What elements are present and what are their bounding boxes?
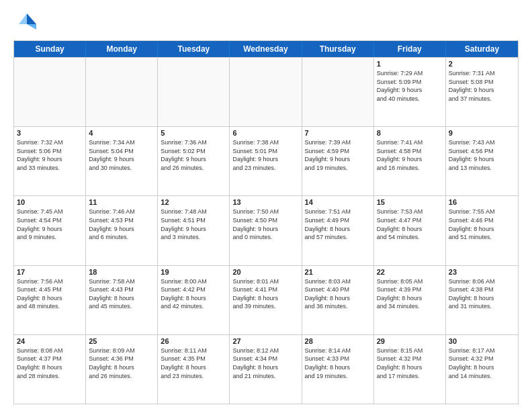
day-info: Sunrise: 8:14 AM Sunset: 4:33 PM Dayligh… <box>305 347 371 380</box>
day-number: 13 <box>232 198 298 206</box>
svg-marker-1 <box>27 24 36 30</box>
day-number: 5 <box>161 129 226 137</box>
calendar-cell: 10Sunrise: 7:45 AM Sunset: 4:54 PM Dayli… <box>14 196 86 265</box>
calendar-cell: 18Sunrise: 7:58 AM Sunset: 4:43 PM Dayli… <box>86 266 158 334</box>
day-info: Sunrise: 8:08 AM Sunset: 4:37 PM Dayligh… <box>17 347 83 380</box>
day-info: Sunrise: 7:31 AM Sunset: 5:08 PM Dayligh… <box>449 69 515 103</box>
day-info: Sunrise: 7:55 AM Sunset: 4:46 PM Dayligh… <box>449 208 515 241</box>
day-number: 4 <box>89 129 154 137</box>
calendar-row: 1Sunrise: 7:29 AM Sunset: 5:09 PM Daylig… <box>14 57 518 126</box>
day-info: Sunrise: 7:43 AM Sunset: 4:56 PM Dayligh… <box>449 138 515 172</box>
day-number: 24 <box>17 337 83 345</box>
day-info: Sunrise: 8:01 AM Sunset: 4:41 PM Dayligh… <box>232 277 298 311</box>
header-cell-wednesday: Wednesday <box>230 41 302 57</box>
calendar-cell: 24Sunrise: 8:08 AM Sunset: 4:37 PM Dayli… <box>14 335 86 404</box>
day-number: 17 <box>17 268 83 276</box>
day-number: 11 <box>89 198 154 206</box>
calendar-row: 24Sunrise: 8:08 AM Sunset: 4:37 PM Dayli… <box>14 334 518 404</box>
calendar: SundayMondayTuesdayWednesdayThursdayFrid… <box>13 40 519 404</box>
day-number: 27 <box>232 337 298 345</box>
calendar-cell: 14Sunrise: 7:51 AM Sunset: 4:49 PM Dayli… <box>302 196 374 265</box>
calendar-cell <box>158 58 230 126</box>
svg-marker-0 <box>27 13 36 24</box>
calendar-cell: 21Sunrise: 8:03 AM Sunset: 4:40 PM Dayli… <box>302 266 374 334</box>
calendar-cell: 28Sunrise: 8:14 AM Sunset: 4:33 PM Dayli… <box>302 335 374 404</box>
day-info: Sunrise: 8:09 AM Sunset: 4:36 PM Dayligh… <box>89 347 154 380</box>
calendar-cell: 29Sunrise: 8:15 AM Sunset: 4:32 PM Dayli… <box>374 335 446 404</box>
day-number: 19 <box>161 268 226 276</box>
day-number: 21 <box>305 268 371 276</box>
calendar-cell <box>230 58 302 126</box>
day-number: 26 <box>161 337 226 345</box>
day-info: Sunrise: 7:39 AM Sunset: 4:59 PM Dayligh… <box>305 138 371 172</box>
day-info: Sunrise: 7:56 AM Sunset: 4:45 PM Dayligh… <box>17 277 83 311</box>
calendar-cell: 23Sunrise: 8:06 AM Sunset: 4:38 PM Dayli… <box>446 266 518 334</box>
calendar-cell <box>302 58 374 126</box>
header-cell-saturday: Saturday <box>446 41 518 57</box>
calendar-cell: 4Sunrise: 7:34 AM Sunset: 5:04 PM Daylig… <box>86 127 158 195</box>
day-info: Sunrise: 8:11 AM Sunset: 4:35 PM Dayligh… <box>161 347 226 380</box>
calendar-cell: 9Sunrise: 7:43 AM Sunset: 4:56 PM Daylig… <box>446 127 518 195</box>
calendar-cell: 7Sunrise: 7:39 AM Sunset: 4:59 PM Daylig… <box>302 127 374 195</box>
calendar-cell: 26Sunrise: 8:11 AM Sunset: 4:35 PM Dayli… <box>158 335 230 404</box>
day-number: 28 <box>305 337 371 345</box>
svg-marker-2 <box>19 13 27 24</box>
day-number: 10 <box>17 198 83 206</box>
calendar-cell: 19Sunrise: 8:00 AM Sunset: 4:42 PM Dayli… <box>158 266 230 334</box>
header-cell-sunday: Sunday <box>14 41 86 57</box>
day-info: Sunrise: 7:45 AM Sunset: 4:54 PM Dayligh… <box>17 208 83 241</box>
day-info: Sunrise: 8:15 AM Sunset: 4:32 PM Dayligh… <box>377 347 443 380</box>
day-info: Sunrise: 8:17 AM Sunset: 4:32 PM Dayligh… <box>449 347 515 380</box>
day-number: 7 <box>305 129 371 137</box>
calendar-cell: 12Sunrise: 7:48 AM Sunset: 4:51 PM Dayli… <box>158 196 230 265</box>
calendar-cell: 11Sunrise: 7:46 AM Sunset: 4:53 PM Dayli… <box>86 196 158 265</box>
day-info: Sunrise: 7:41 AM Sunset: 4:58 PM Dayligh… <box>377 138 443 172</box>
day-info: Sunrise: 7:38 AM Sunset: 5:01 PM Dayligh… <box>232 138 298 172</box>
calendar-cell: 5Sunrise: 7:36 AM Sunset: 5:02 PM Daylig… <box>158 127 230 195</box>
header-cell-tuesday: Tuesday <box>158 41 230 57</box>
day-info: Sunrise: 7:46 AM Sunset: 4:53 PM Dayligh… <box>89 208 154 241</box>
calendar-row: 17Sunrise: 7:56 AM Sunset: 4:45 PM Dayli… <box>14 265 518 334</box>
day-info: Sunrise: 7:50 AM Sunset: 4:50 PM Dayligh… <box>232 208 298 241</box>
day-number: 6 <box>232 129 298 137</box>
logo <box>13 11 40 35</box>
day-info: Sunrise: 7:36 AM Sunset: 5:02 PM Dayligh… <box>161 138 226 172</box>
header-cell-friday: Friday <box>374 41 446 57</box>
day-number: 20 <box>232 268 298 276</box>
day-number: 2 <box>449 60 515 68</box>
calendar-row: 3Sunrise: 7:32 AM Sunset: 5:06 PM Daylig… <box>14 126 518 195</box>
calendar-row: 10Sunrise: 7:45 AM Sunset: 4:54 PM Dayli… <box>14 195 518 265</box>
day-info: Sunrise: 8:00 AM Sunset: 4:42 PM Dayligh… <box>161 277 226 311</box>
day-number: 23 <box>449 268 515 276</box>
calendar-cell: 3Sunrise: 7:32 AM Sunset: 5:06 PM Daylig… <box>14 127 86 195</box>
calendar-cell: 6Sunrise: 7:38 AM Sunset: 5:01 PM Daylig… <box>230 127 302 195</box>
day-number: 14 <box>305 198 371 206</box>
day-number: 9 <box>449 129 515 137</box>
logo-icon <box>13 11 38 35</box>
day-number: 25 <box>89 337 154 345</box>
calendar-cell: 30Sunrise: 8:17 AM Sunset: 4:32 PM Dayli… <box>446 335 518 404</box>
day-info: Sunrise: 7:48 AM Sunset: 4:51 PM Dayligh… <box>161 208 226 241</box>
day-number: 22 <box>377 268 443 276</box>
calendar-cell: 2Sunrise: 7:31 AM Sunset: 5:08 PM Daylig… <box>446 58 518 126</box>
day-number: 12 <box>161 198 226 206</box>
day-number: 15 <box>377 198 443 206</box>
calendar-body: 1Sunrise: 7:29 AM Sunset: 5:09 PM Daylig… <box>14 57 518 404</box>
calendar-cell: 15Sunrise: 7:53 AM Sunset: 4:47 PM Dayli… <box>374 196 446 265</box>
calendar-cell: 20Sunrise: 8:01 AM Sunset: 4:41 PM Dayli… <box>230 266 302 334</box>
calendar-cell: 25Sunrise: 8:09 AM Sunset: 4:36 PM Dayli… <box>86 335 158 404</box>
calendar-header: SundayMondayTuesdayWednesdayThursdayFrid… <box>14 41 518 57</box>
day-info: Sunrise: 8:03 AM Sunset: 4:40 PM Dayligh… <box>305 277 371 311</box>
day-info: Sunrise: 7:51 AM Sunset: 4:49 PM Dayligh… <box>305 208 371 241</box>
day-info: Sunrise: 7:32 AM Sunset: 5:06 PM Dayligh… <box>17 138 83 172</box>
calendar-cell <box>14 58 86 126</box>
calendar-cell <box>86 58 158 126</box>
day-number: 1 <box>377 60 443 68</box>
header-cell-monday: Monday <box>86 41 158 57</box>
calendar-cell: 8Sunrise: 7:41 AM Sunset: 4:58 PM Daylig… <box>374 127 446 195</box>
day-info: Sunrise: 7:29 AM Sunset: 5:09 PM Dayligh… <box>377 69 443 103</box>
day-info: Sunrise: 7:58 AM Sunset: 4:43 PM Dayligh… <box>89 277 154 311</box>
day-info: Sunrise: 8:05 AM Sunset: 4:39 PM Dayligh… <box>377 277 443 311</box>
calendar-cell: 27Sunrise: 8:12 AM Sunset: 4:34 PM Dayli… <box>230 335 302 404</box>
day-number: 8 <box>377 129 443 137</box>
